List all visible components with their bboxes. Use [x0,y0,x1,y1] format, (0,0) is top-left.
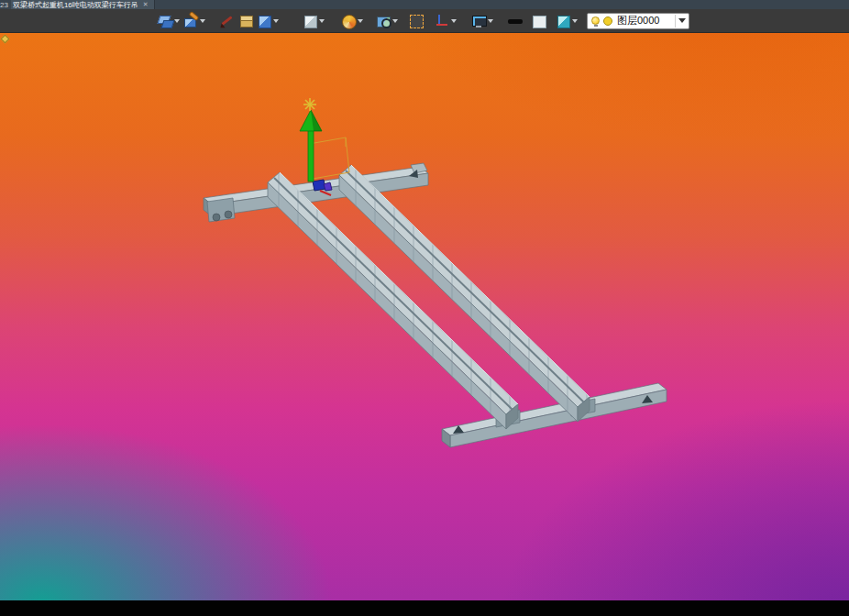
color-wheel-icon[interactable] [339,11,365,31]
line-swatch-black-icon[interactable] [506,11,524,31]
origin-star-icon [303,98,316,111]
tab-close-icon[interactable]: ✕ [143,0,149,9]
y-axis-arrow[interactable] [300,110,322,182]
axes-icon[interactable] [433,11,458,31]
fill-swatch-light-glyph [532,14,546,28]
zoom-image-icon-glyph [376,14,391,28]
axes-icon-glyph [435,14,449,28]
layer-dropdown-caret[interactable] [676,18,689,23]
line-swatch-black-glyph [508,14,523,28]
dropdown-caret[interactable] [488,19,493,23]
dropdown-caret[interactable] [200,19,205,23]
dropdown-caret[interactable] [358,19,363,23]
display-icon-glyph [471,14,486,28]
material-cube-icon-glyph [556,14,570,28]
layer-select-value: 图层0000 [617,14,675,28]
marquee-icon[interactable] [407,11,425,31]
bulb-icon[interactable] [591,16,600,25]
color-wheel-icon-glyph [341,14,356,28]
layer-color-icon[interactable] [603,16,612,26]
main-toolbar: 图层0000 [0,9,849,33]
display-icon[interactable] [469,11,495,31]
3d-viewport[interactable] [0,33,849,600]
tab-prefix: 23 [0,1,8,9]
package-icon-glyph [238,14,253,28]
paint-style-icon-glyph [183,14,198,28]
package-icon[interactable] [237,11,255,31]
layer-select[interactable]: 图层0000 [587,13,689,29]
cad-application-window: 23 双梁桥式起重机16吨电动双梁行车行吊 ✕ 图层0000 [0,0,849,616]
crane-3d-model[interactable] [0,33,849,600]
title-strip: 23 双梁桥式起重机16吨电动双梁行车行吊 ✕ [0,0,849,9]
orbit-icon-glyph [158,14,172,28]
cube-light-icon[interactable] [301,11,326,31]
material-cube-icon[interactable] [554,11,579,31]
dropdown-caret[interactable] [392,19,398,23]
fill-swatch-light-icon[interactable] [530,11,548,31]
pen-icon[interactable] [218,11,237,31]
document-tab-title: 双梁桥式起重机16吨电动双梁行车行吊 [13,0,138,9]
cube-light-icon-glyph [303,14,317,28]
cube-blue-icon[interactable] [255,11,281,31]
marquee-icon-glyph [409,14,424,28]
taskbar[interactable] [0,600,849,616]
document-tab[interactable]: 双梁桥式起重机16吨电动双梁行车行吊 ✕ [11,0,155,9]
cube-blue-icon-glyph [257,14,271,28]
paint-style-icon[interactable] [182,11,207,31]
zoom-image-icon[interactable] [374,11,400,31]
dropdown-caret[interactable] [572,19,578,23]
dropdown-caret[interactable] [174,19,180,23]
dropdown-caret[interactable] [273,19,279,23]
orbit-icon[interactable] [156,11,182,31]
dropdown-caret[interactable] [451,19,457,23]
pen-icon-glyph [220,14,235,28]
dropdown-caret[interactable] [319,19,325,23]
